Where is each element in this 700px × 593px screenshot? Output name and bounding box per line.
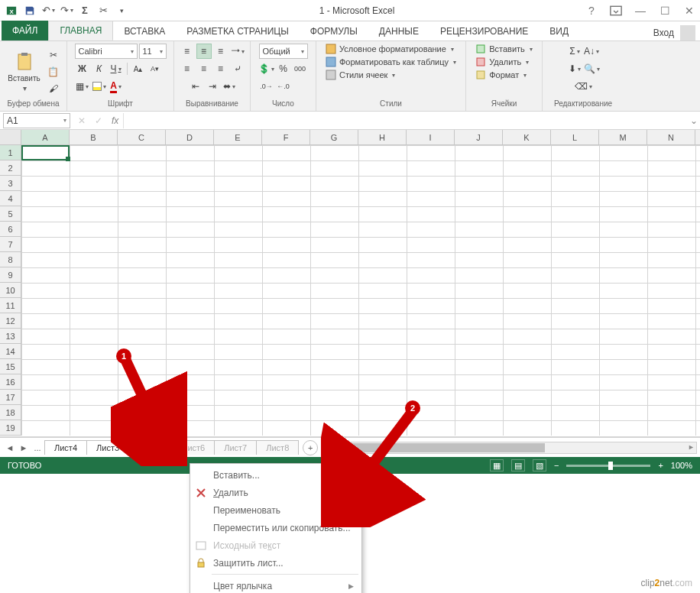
orientation-button[interactable]: ⭢▾	[230, 44, 245, 59]
row-header[interactable]: 4	[0, 191, 21, 206]
col-header[interactable]: L	[551, 130, 599, 144]
merge-button[interactable]: ⬌▾	[222, 79, 237, 94]
tab-review[interactable]: РЕЦЕНЗИРОВАНИЕ	[429, 22, 539, 41]
autosum-button[interactable]: Σ▾	[567, 44, 582, 59]
percent-button[interactable]: %	[276, 61, 291, 76]
cells-area[interactable]	[21, 145, 700, 436]
align-right-button[interactable]: ≡	[213, 61, 228, 76]
ribbon-options-icon[interactable]	[608, 3, 624, 18]
redo-icon[interactable]: ↷▾	[58, 2, 75, 19]
file-tab[interactable]: ФАЙЛ	[2, 21, 48, 41]
format-painter-button[interactable]: 🖌	[46, 81, 61, 96]
cut-button[interactable]: ✂	[46, 47, 61, 63]
help-icon[interactable]: ?	[584, 3, 599, 18]
row-header[interactable]: 14	[0, 344, 21, 359]
tab-layout[interactable]: РАЗМЕТКА СТРАНИЦЫ	[176, 22, 300, 41]
ctx-protect[interactable]: Защитить лист...	[190, 554, 361, 572]
find-button[interactable]: 🔍▾	[584, 61, 599, 76]
decrease-indent-button[interactable]: ⇤	[188, 79, 203, 94]
name-box[interactable]: A1▾	[3, 113, 70, 128]
col-header[interactable]: N	[647, 130, 695, 144]
insert-cells-button[interactable]: Вставить▾	[475, 44, 533, 54]
cancel-icon[interactable]: ✕	[73, 115, 90, 126]
expand-fbar-icon[interactable]: ⌄	[688, 115, 700, 126]
col-header[interactable]: M	[599, 130, 647, 144]
row-header[interactable]: 1	[0, 145, 21, 160]
row-header[interactable]: 11	[0, 298, 21, 313]
cell-styles-button[interactable]: Стили ячеек▾	[326, 70, 456, 80]
col-header[interactable]: C	[118, 130, 166, 144]
ctx-view-code[interactable]: Исходный текст	[190, 536, 361, 554]
tab-view[interactable]: ВИД	[539, 22, 579, 41]
avatar-icon[interactable]	[680, 25, 695, 41]
row-header[interactable]: 19	[0, 420, 21, 436]
sheet-tab[interactable]: Лист6	[172, 440, 215, 455]
wrap-text-button[interactable]: ⤶	[230, 61, 245, 76]
horizontal-scrollbar[interactable]: ◄ ►	[336, 442, 697, 454]
row-header[interactable]: 15	[0, 359, 21, 374]
comma-button[interactable]: 000	[293, 61, 308, 76]
ctx-move-copy[interactable]: Переместить или скопировать...	[190, 519, 361, 536]
zoom-out-button[interactable]: −	[554, 461, 559, 470]
ctx-delete[interactable]: Удалить	[190, 484, 361, 501]
align-bottom-button[interactable]: ≡	[213, 44, 228, 59]
currency-button[interactable]: 💲▾	[259, 61, 274, 76]
select-all-button[interactable]	[0, 130, 21, 144]
prev-sheet-button[interactable]: ◄	[3, 443, 17, 452]
next-sheet-button[interactable]: ►	[17, 443, 31, 452]
tab-home[interactable]: ГЛАВНАЯ	[48, 21, 113, 41]
clear-button[interactable]: ⌫▾	[575, 79, 591, 94]
row-header[interactable]: 12	[0, 313, 21, 329]
shrink-font-button[interactable]: A▾	[147, 61, 163, 76]
spreadsheet-grid[interactable]: A B C D E F G H I J K L M N 123456789101…	[0, 130, 700, 437]
increase-decimal-button[interactable]: .0→	[259, 79, 274, 94]
row-header[interactable]: 3	[0, 176, 21, 191]
col-header[interactable]: H	[358, 130, 407, 144]
borders-button[interactable]: ▦▾	[75, 79, 90, 94]
conditional-format-button[interactable]: Условное форматирование▾	[326, 44, 456, 54]
minimize-icon[interactable]: —	[633, 3, 648, 18]
ctx-rename[interactable]: Переименовать	[190, 501, 361, 519]
zoom-slider[interactable]	[566, 465, 650, 467]
tab-formulas[interactable]: ФОРМУЛЫ	[300, 22, 368, 41]
sheet-tab-active[interactable]: Лист5	[128, 439, 173, 455]
col-header[interactable]: F	[262, 130, 310, 144]
number-format-combo[interactable]: Общий▾	[259, 44, 308, 59]
align-top-button[interactable]: ≡	[180, 44, 195, 59]
normal-view-button[interactable]: ▦	[490, 459, 504, 471]
align-left-button[interactable]: ≡	[180, 61, 195, 76]
grow-font-button[interactable]: A▴	[131, 61, 146, 76]
sheet-tab[interactable]: Лист4	[44, 440, 87, 455]
align-middle-button[interactable]: ≡	[196, 44, 212, 59]
row-header[interactable]: 9	[0, 267, 21, 283]
layout-view-button[interactable]: ▤	[511, 459, 525, 471]
decrease-decimal-button[interactable]: ←.0	[276, 79, 291, 94]
row-headers[interactable]: 12345678910111213141516171819	[0, 145, 21, 436]
col-header[interactable]: A	[21, 130, 70, 144]
sort-filter-button[interactable]: A↓▾	[584, 44, 599, 59]
italic-button[interactable]: К	[92, 61, 107, 76]
col-header[interactable]: E	[214, 130, 262, 144]
row-header[interactable]: 17	[0, 390, 21, 405]
col-header[interactable]: I	[407, 130, 455, 144]
increase-indent-button[interactable]: ⇥	[205, 79, 220, 94]
zoom-in-button[interactable]: +	[658, 461, 663, 470]
ctx-insert[interactable]: Вставить...	[190, 466, 361, 484]
row-header[interactable]: 18	[0, 405, 21, 420]
row-header[interactable]: 2	[0, 160, 21, 176]
col-header[interactable]: J	[455, 130, 503, 144]
font-name-combo[interactable]: Calibri▾	[75, 44, 138, 59]
fx-icon[interactable]: fx	[112, 115, 118, 126]
row-header[interactable]: 13	[0, 329, 21, 344]
qat-more-icon[interactable]: ▾	[113, 2, 130, 19]
close-icon[interactable]: ✕	[682, 3, 697, 18]
pagebreak-view-button[interactable]: ▧	[533, 459, 546, 471]
bold-button[interactable]: Ж	[75, 61, 90, 76]
tab-insert[interactable]: ВСТАВКА	[113, 22, 176, 41]
font-size-combo[interactable]: 11▾	[139, 44, 167, 59]
column-headers[interactable]: A B C D E F G H I J K L M N	[0, 130, 700, 145]
row-header[interactable]: 7	[0, 237, 21, 252]
row-header[interactable]: 10	[0, 283, 21, 298]
delete-cells-button[interactable]: Удалить▾	[475, 57, 533, 67]
more-sheets-button[interactable]: ...	[31, 443, 44, 452]
